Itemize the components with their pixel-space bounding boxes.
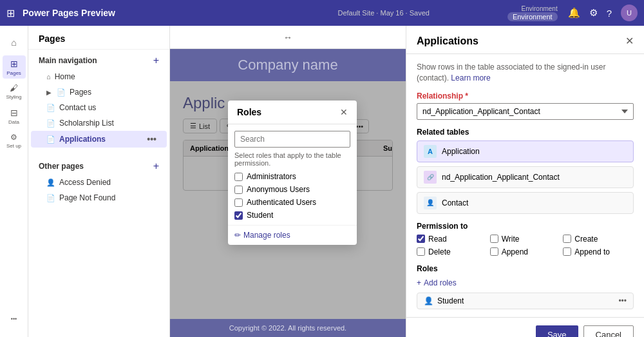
perm-read[interactable]: Read (417, 235, 488, 244)
pages-panel: Pages Main navigation + ⌂ Home ▶ 📄 Pages… (28, 26, 170, 337)
perm-create[interactable]: Create (563, 235, 634, 244)
right-panel-header: Applications ✕ (406, 26, 644, 54)
nav-item-scholarship[interactable]: 📄 Scholarship List (31, 115, 167, 131)
panel-footer: Save Cancel (406, 317, 644, 337)
role-tag-more-icon[interactable]: ••• (618, 296, 627, 305)
cancel-button[interactable]: Cancel (583, 325, 634, 337)
table-icon-application: A (424, 145, 437, 158)
modal-overlay: Roles ✕ Select roles that apply to the t… (170, 81, 406, 319)
roles-modal: Roles ✕ Select roles that apply to the t… (228, 101, 357, 245)
role-item-authenticated[interactable]: Authenticated Users (234, 198, 350, 207)
relationship-select[interactable]: nd_Application_Applicant_Contact (417, 103, 634, 120)
app-title: Power Pages Preview (23, 8, 260, 18)
related-tables-list: A Application 🔗 nd_Application_Applicant… (417, 140, 634, 214)
sidebar-icon-more[interactable]: ••• (3, 307, 26, 331)
company-name: Company name (238, 57, 337, 73)
perm-read-checkbox[interactable] (417, 235, 425, 243)
role-checkbox-anonymous[interactable] (234, 186, 243, 194)
data-icon: ⊟ (10, 108, 18, 118)
role-item-administrators[interactable]: Administrators (234, 172, 350, 181)
other-pages-header: Other pages + (28, 155, 169, 175)
perm-write-checkbox[interactable] (490, 235, 498, 243)
perm-append[interactable]: Append (490, 247, 561, 256)
nav-item-access-denied[interactable]: 👤 Access Denied (31, 175, 167, 190)
right-panel: Applications ✕ Show rows in the table as… (406, 26, 644, 337)
main-nav-header: Main navigation + (28, 50, 169, 69)
add-other-pages-button[interactable]: + (153, 160, 159, 172)
pages-label: Pages (6, 70, 21, 76)
canvas-header: Company name (170, 49, 406, 81)
roles-list: Administrators Anonymous Users Authentic… (228, 172, 357, 225)
role-item-anonymous[interactable]: Anonymous Users (234, 185, 350, 194)
related-tables-section: Related tables A Application 🔗 nd_Applic… (417, 128, 634, 214)
role-checkbox-administrators[interactable] (234, 173, 243, 181)
nav-item-label: Contact us (59, 103, 96, 112)
nav-item-applications[interactable]: 📄 Applications ••• (31, 131, 167, 148)
role-item-student[interactable]: Student (234, 211, 350, 220)
add-main-nav-button[interactable]: + (153, 55, 159, 66)
link-icon: 🔗 (424, 171, 437, 184)
plus-icon: + (417, 278, 421, 287)
manage-roles-link[interactable]: ✏ Manage roles (228, 225, 357, 245)
sidebar-icon-styling[interactable]: 🖌 Styling (3, 80, 26, 103)
perm-create-checkbox[interactable] (563, 235, 571, 243)
role-tag-student: 👤 Student ••• (417, 293, 634, 309)
avatar[interactable]: U (621, 5, 638, 21)
role-checkbox-authenticated[interactable] (234, 198, 243, 207)
canvas-body: Applic … ☰ List ✏ Edit views ▾ 👤 (170, 81, 406, 319)
right-panel-title: Applications (417, 35, 478, 47)
perm-append-to[interactable]: Append to (563, 247, 634, 256)
save-button[interactable]: Save (536, 325, 578, 337)
nav-item-more-icon[interactable]: ••• (147, 134, 156, 144)
perm-write[interactable]: Write (490, 235, 561, 244)
main-content: ⌂ ⊞ Pages 🖌 Styling ⊟ Data ⚙ Set up ••• … (0, 26, 644, 337)
roles-search-input[interactable] (234, 131, 350, 148)
perm-delete[interactable]: Delete (417, 247, 488, 256)
perm-append-checkbox[interactable] (490, 247, 498, 256)
right-panel-close-button[interactable]: ✕ (625, 35, 634, 47)
page-active-icon: 📄 (46, 135, 55, 144)
canvas-footer: Copyright © 2022. All rights reserved. (170, 319, 406, 337)
bell-icon[interactable]: 🔔 (568, 7, 580, 19)
save-status: Default Site · May 16 · Saved (265, 9, 502, 17)
page-icon: 📄 (46, 119, 55, 128)
gear-icon[interactable]: ⚙ (589, 7, 598, 19)
add-roles-button[interactable]: + Add roles (417, 277, 457, 289)
related-table-link[interactable]: 🔗 nd_Application_Applicant_Contact (417, 166, 634, 188)
nav-item-home[interactable]: ⌂ Home (31, 69, 167, 84)
pages-icon: ⊞ (10, 59, 18, 69)
related-table-application[interactable]: A Application (417, 140, 634, 162)
setup-icon: ⚙ (10, 133, 17, 142)
permission-section: Permission to Read Write Create (417, 222, 634, 256)
grid-icon: ⊞ (6, 7, 15, 19)
role-checkbox-student[interactable] (234, 211, 243, 220)
related-table-label: Contact (442, 198, 468, 207)
learn-more-link[interactable]: Learn more (451, 73, 490, 82)
nav-item-contact-us[interactable]: 📄 Contact us (31, 100, 167, 115)
chevron-right-icon: ▶ (46, 89, 52, 96)
main-nav-title: Main navigation (39, 56, 97, 65)
manage-roles-icon: ✏ (234, 231, 241, 240)
sidebar-icon-setup[interactable]: ⚙ Set up (3, 129, 26, 152)
related-table-contact[interactable]: 👤 Contact (417, 192, 634, 214)
page-icon: 📄 (46, 104, 55, 112)
sidebar-icon-home[interactable]: ⌂ (3, 31, 26, 54)
styling-icon: 🖌 (10, 83, 18, 93)
nav-item-label: Access Denied (59, 178, 111, 187)
top-bar-icons: 🔔 ⚙ ? U (568, 5, 638, 21)
editor-toolbar: ↔ (170, 26, 406, 49)
right-panel-body: Show rows in the table associated to the… (406, 54, 644, 317)
nav-item-page-not-found[interactable]: 📄 Page Not Found (31, 190, 167, 206)
nav-item-label: Pages (70, 88, 91, 97)
roles-modal-close-button[interactable]: ✕ (340, 107, 348, 117)
sidebar-icon-pages[interactable]: ⊞ Pages (3, 55, 26, 79)
sidebar-icon-data[interactable]: ⊟ Data (3, 104, 26, 128)
perm-append-to-checkbox[interactable] (563, 247, 571, 256)
perm-delete-checkbox[interactable] (417, 247, 425, 256)
roles-section: Roles + Add roles 👤 Student ••• (417, 264, 634, 309)
help-icon[interactable]: ? (607, 8, 612, 19)
contact-icon: 👤 (424, 197, 437, 209)
nav-item-pages[interactable]: ▶ 📄 Pages (31, 84, 167, 100)
home-nav-icon: ⌂ (46, 73, 51, 81)
nav-item-label: Scholarship List (59, 119, 114, 128)
